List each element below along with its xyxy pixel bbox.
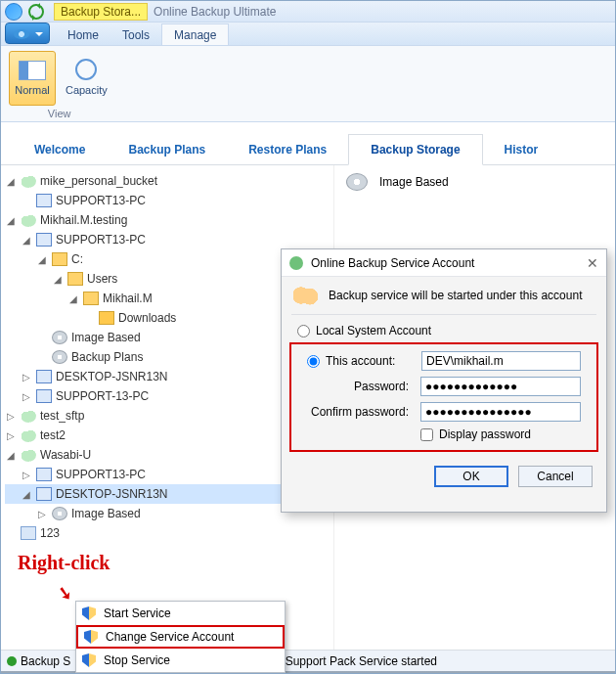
dialog-title: Online Backup Service Account <box>311 256 474 270</box>
view-capacity-icon <box>75 59 97 80</box>
pc-icon <box>36 233 52 247</box>
expander-icon[interactable]: ◢ <box>52 274 64 285</box>
app-menu-button[interactable] <box>5 22 50 44</box>
tree-node[interactable]: SUPPORT13-PC <box>56 233 146 247</box>
tab-welcome[interactable]: Welcome <box>13 135 107 164</box>
service-context-menu: Start Service Change Service Account Sto… <box>75 601 286 673</box>
tab-backup-plans[interactable]: Backup Plans <box>107 135 227 164</box>
folder-icon <box>67 272 83 286</box>
tree-node[interactable]: Downloads <box>118 311 176 325</box>
cloud-icon <box>21 448 36 462</box>
expander-icon[interactable]: ▷ <box>5 411 17 422</box>
ribbon-tab-home[interactable]: Home <box>56 24 110 45</box>
display-password-checkbox[interactable] <box>420 428 433 441</box>
radio-this-account[interactable] <box>307 355 320 368</box>
password-input[interactable] <box>420 377 581 396</box>
ribbon-group-view: Normal Capacity View <box>7 50 111 119</box>
ribbon-tab-manage[interactable]: Manage <box>161 23 229 45</box>
folder-icon <box>83 292 99 305</box>
confirm-password-label: Confirm password: <box>307 405 415 419</box>
tree-node-selected[interactable]: DESKTOP-JSNR13N <box>56 487 167 501</box>
expander-icon[interactable]: ◢ <box>21 489 32 500</box>
menu-item-stop-service[interactable]: Stop Service <box>76 649 285 672</box>
password-label: Password: <box>307 380 415 393</box>
cancel-button[interactable]: Cancel <box>518 466 593 487</box>
tree-node[interactable]: 123 <box>40 526 60 540</box>
tab-restore-plans[interactable]: Restore Plans <box>227 135 348 164</box>
folder-icon <box>99 311 114 325</box>
disc-icon <box>52 331 67 344</box>
tree-node[interactable]: Mikhail.M <box>103 292 153 305</box>
shield-icon <box>82 607 96 620</box>
tree-node[interactable]: Image Based <box>71 331 141 344</box>
tree-node[interactable]: test_sftp <box>40 409 84 423</box>
status-backup-service[interactable]: Backup S <box>7 654 70 668</box>
view-normal-button[interactable]: Normal <box>9 51 56 106</box>
expander-icon[interactable]: ◢ <box>21 235 32 246</box>
annotation-highlight-box: This account: Password: Confirm password… <box>289 342 598 452</box>
expander-icon[interactable]: ▷ <box>21 372 32 382</box>
tree-node[interactable]: Mikhail.M.testing <box>40 213 127 227</box>
expander-icon[interactable]: ◢ <box>5 215 17 226</box>
radio-local-system[interactable] <box>297 325 310 337</box>
tree-node[interactable]: Wasabi-U <box>40 448 91 462</box>
display-password-label: Display password <box>439 427 531 441</box>
refresh-icon[interactable] <box>28 4 44 20</box>
tree-node[interactable]: test2 <box>40 428 66 442</box>
cloud-icon <box>21 213 36 227</box>
status-support-service: Support Pack Service started <box>272 654 437 668</box>
disc-icon <box>346 173 368 191</box>
tree-node[interactable]: SUPPORT13-PC <box>56 468 146 481</box>
menu-item-change-service-account[interactable]: Change Service Account <box>76 625 285 649</box>
titlebar: Backup Stora... Online Backup Ultimate <box>1 1 615 22</box>
account-input[interactable] <box>421 351 581 371</box>
detail-item-label[interactable]: Image Based <box>379 175 449 189</box>
menu-item-start-service[interactable]: Start Service <box>76 602 285 625</box>
service-account-dialog: Online Backup Service Account ✕ Backup s… <box>281 248 607 513</box>
expander-icon[interactable]: ▷ <box>21 470 32 480</box>
tree-node[interactable]: mike_personal_bucket <box>40 174 157 188</box>
view-capacity-button[interactable]: Capacity <box>63 50 110 105</box>
tree-node[interactable]: Users <box>87 272 117 286</box>
tree-node[interactable]: SUPPORT-13-PC <box>56 389 149 403</box>
tree-node[interactable]: Backup Plans <box>71 350 143 364</box>
expander-icon[interactable]: ◢ <box>5 176 17 187</box>
status-dot-icon <box>7 656 17 666</box>
expander-icon[interactable]: ▷ <box>36 509 48 519</box>
tree-node[interactable]: DESKTOP-JSNR13N <box>56 370 167 383</box>
annotation-rightclick: Right-click <box>18 552 110 574</box>
pc-icon <box>36 487 52 501</box>
tab-history[interactable]: Histor <box>483 135 560 164</box>
close-icon[interactable]: ✕ <box>587 255 598 271</box>
users-icon <box>293 285 319 306</box>
dialog-icon <box>289 256 303 270</box>
view-capacity-label: Capacity <box>66 84 108 96</box>
expander-icon[interactable]: ▷ <box>5 430 17 441</box>
tree-node[interactable]: Image Based <box>71 507 141 520</box>
expander-icon[interactable]: ▷ <box>21 391 32 402</box>
radio-local-system-label: Local System Account <box>316 324 431 337</box>
pc-icon <box>36 194 52 207</box>
pc-icon <box>36 389 52 403</box>
dialog-titlebar[interactable]: Online Backup Service Account ✕ <box>282 249 606 277</box>
disc-icon <box>52 507 67 520</box>
ribbon-tabstrip: Home Tools Manage <box>1 22 615 46</box>
expander-icon[interactable]: ◢ <box>67 293 79 304</box>
folder-icon <box>52 252 67 266</box>
cloud-icon <box>21 428 36 442</box>
ribbon-tab-tools[interactable]: Tools <box>110 24 161 45</box>
pc-icon <box>36 468 52 481</box>
server-icon <box>21 526 36 540</box>
tree-node[interactable]: SUPPORT13-PC <box>56 194 146 207</box>
expander-icon[interactable]: ◢ <box>5 450 17 461</box>
disc-icon <box>52 350 67 364</box>
ok-button[interactable]: OK <box>434 466 508 487</box>
tree-node[interactable]: C: <box>71 252 83 266</box>
expander-icon[interactable]: ◢ <box>36 254 48 265</box>
main-tabs: Welcome Backup Plans Restore Plans Backu… <box>1 130 615 165</box>
cloud-icon <box>21 409 36 423</box>
confirm-password-input[interactable] <box>420 402 581 422</box>
tab-backup-storage[interactable]: Backup Storage <box>348 134 482 165</box>
ribbon-group-title: View <box>7 108 111 119</box>
titlebar-contextual-tab: Backup Stora... <box>54 3 148 21</box>
